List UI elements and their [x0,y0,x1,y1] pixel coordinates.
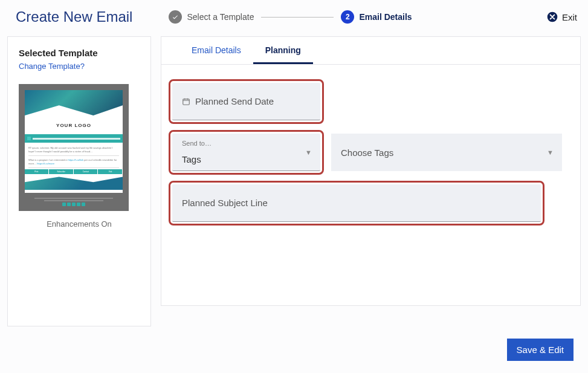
exit-label: Exit [562,12,577,22]
close-circle-icon [546,11,558,23]
send-to-select[interactable]: Send to… Tags ▼ [172,134,320,171]
selected-template-card: Selected Template Change Template? YOUR … [7,36,151,326]
check-icon [169,10,182,24]
field-placeholder: Choose Tags [341,148,393,158]
tab-bar: Email Details Planning [161,37,580,65]
tab-planning[interactable]: Planning [253,37,313,64]
calendar-icon [182,97,190,106]
field-label: Send to… [182,140,212,147]
wizard-header: Create New Email Select a Template 2 Ema… [0,0,588,36]
tab-email-details[interactable]: Email Details [179,37,253,64]
step-connector [261,17,334,18]
thumbnail-caption: Enhancements On [19,219,140,229]
action-footer: Save & Edit [0,326,588,373]
chevron-down-icon: ▼ [305,149,312,156]
planning-form: Planned Send Date Send to… Tags ▼ Choose… [161,65,580,250]
choose-tags-select[interactable]: Choose Tags ▼ [331,134,562,171]
field-value: Tags [182,154,296,164]
wizard-steps: Select a Template 2 Email Details [169,10,546,24]
field-placeholder: Planned Subject Line [182,198,268,208]
template-thumbnail[interactable]: YOUR LOGO RT ipsum, volutmer. My old acc… [19,84,129,211]
sidebar-heading: Selected Template [19,48,140,58]
step-select-template[interactable]: Select a Template [169,10,254,24]
step-number-badge: 2 [341,10,354,24]
field-placeholder: Planned Send Date [195,96,274,106]
step-label: Email Details [359,12,412,22]
thumb-logo-text: YOUR LOGO [25,123,123,128]
change-template-link[interactable]: Change Template? [19,62,85,71]
svg-rect-1 [183,99,190,104]
exit-button[interactable]: Exit [546,11,577,23]
chevron-down-icon: ▼ [547,149,554,156]
step-label: Select a Template [187,12,254,22]
page-title: Create New Email [16,8,132,25]
step-email-details[interactable]: 2 Email Details [341,10,412,24]
planned-subject-line-field[interactable]: Planned Subject Line [172,184,541,222]
details-panel: Email Details Planning Planned Send Date [161,36,581,306]
save-and-edit-button[interactable]: Save & Edit [507,339,573,361]
planned-send-date-field[interactable]: Planned Send Date [172,83,320,120]
